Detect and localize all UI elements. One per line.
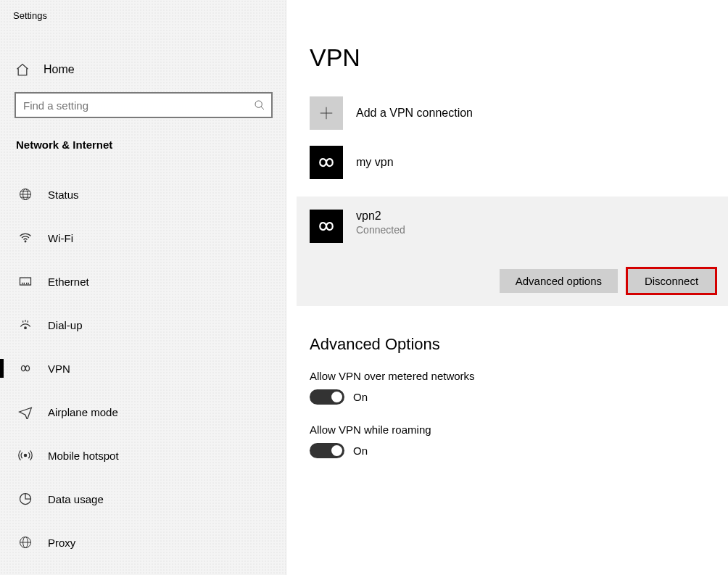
datausage-icon xyxy=(17,491,33,507)
toggle-knob xyxy=(331,392,342,402)
sidebar-item-label: Proxy xyxy=(48,537,75,549)
globe-icon xyxy=(17,186,33,202)
sidebar-item-proxy[interactable]: Proxy xyxy=(0,521,286,564)
vpn-status: Connected xyxy=(356,224,405,236)
vpn-tile-icon xyxy=(310,210,343,243)
sidebar-item-vpn[interactable]: VPN xyxy=(0,347,286,390)
toggle-switch[interactable] xyxy=(310,443,344,458)
sidebar-item-label: Dial-up xyxy=(48,319,83,331)
page-title: VPN xyxy=(310,44,719,72)
sidebar-item-label: Mobile hotspot xyxy=(48,450,119,462)
sidebar-category-header: Network & Internet xyxy=(0,118,286,157)
airplane-icon xyxy=(17,404,33,420)
svg-point-15 xyxy=(24,454,26,456)
vpn-icon xyxy=(17,360,33,376)
disconnect-button[interactable]: Disconnect xyxy=(628,269,715,293)
sidebar-item-ethernet[interactable]: Ethernet xyxy=(0,260,286,303)
sidebar-item-datausage[interactable]: Data usage xyxy=(0,477,286,521)
sidebar-item-airplane[interactable]: Airplane mode xyxy=(0,390,286,434)
search-box[interactable] xyxy=(15,92,273,118)
toggle-metered: Allow VPN over metered networks On xyxy=(310,370,719,405)
search-icon xyxy=(248,99,271,111)
svg-point-11 xyxy=(25,327,27,329)
dialup-icon xyxy=(17,317,33,333)
sidebar-item-label: Ethernet xyxy=(48,276,89,288)
toggle-label: Allow VPN over metered networks xyxy=(310,370,719,382)
sidebar-item-label: Airplane mode xyxy=(48,406,118,418)
main-content: VPN Add a VPN connection my vpn xyxy=(286,0,728,575)
sidebar-item-status[interactable]: Status xyxy=(0,173,286,216)
hotspot-icon xyxy=(17,447,33,463)
sidebar-item-dialup[interactable]: Dial-up xyxy=(0,303,286,347)
toggle-state: On xyxy=(353,444,368,457)
plus-icon xyxy=(310,96,343,130)
vpn-connection-item[interactable]: my vpn xyxy=(310,146,719,179)
svg-line-1 xyxy=(261,107,264,109)
toggle-knob xyxy=(331,445,342,456)
vpn-name: my vpn xyxy=(356,156,394,169)
svg-point-5 xyxy=(25,241,26,242)
sidebar: Settings Home Network & Internet xyxy=(0,0,286,575)
add-vpn-connection[interactable]: Add a VPN connection xyxy=(310,96,719,130)
svg-point-0 xyxy=(255,101,262,107)
search-wrap xyxy=(15,92,273,118)
toggle-switch[interactable] xyxy=(310,389,344,405)
vpn-action-buttons: Advanced options Disconnect xyxy=(310,269,715,293)
proxy-icon xyxy=(17,534,33,550)
advanced-options-button[interactable]: Advanced options xyxy=(500,269,618,293)
sidebar-item-label: Wi-Fi xyxy=(48,232,73,244)
home-icon xyxy=(15,62,30,78)
sidebar-item-hotspot[interactable]: Mobile hotspot xyxy=(0,434,286,477)
vpn-tile-icon xyxy=(310,146,343,179)
vpn-name: vpn2 xyxy=(356,210,405,223)
search-input[interactable] xyxy=(16,94,248,117)
ethernet-icon xyxy=(17,273,33,289)
add-vpn-label: Add a VPN connection xyxy=(356,107,473,120)
vpn-connection-selected[interactable]: vpn2 Connected Advanced options Disconne… xyxy=(297,197,728,306)
toggle-roaming: Allow VPN while roaming On xyxy=(310,423,719,458)
sidebar-item-label: Data usage xyxy=(48,493,104,505)
app-title: Settings xyxy=(0,7,286,21)
toggle-state: On xyxy=(353,391,368,403)
home-label: Home xyxy=(44,63,75,76)
sidebar-item-label: VPN xyxy=(48,363,70,375)
sidebar-item-wifi[interactable]: Wi-Fi xyxy=(0,216,286,260)
svg-rect-6 xyxy=(20,278,31,285)
sidebar-home[interactable]: Home xyxy=(0,53,286,86)
advanced-options-heading: Advanced Options xyxy=(310,335,719,354)
toggle-label: Allow VPN while roaming xyxy=(310,423,719,436)
sidebar-nav-list: Status Wi-Fi xyxy=(0,173,286,564)
wifi-icon xyxy=(17,230,33,246)
sidebar-item-label: Status xyxy=(48,189,79,201)
